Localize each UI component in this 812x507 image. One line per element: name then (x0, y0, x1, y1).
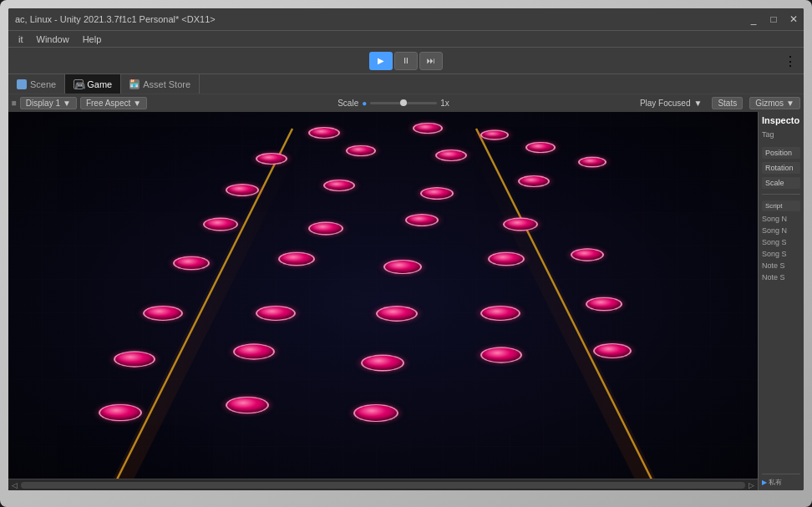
display-dropdown[interactable]: Display 1 ▼ (20, 97, 77, 109)
toolbar-right: ⋮ (784, 53, 797, 68)
disc-24 (376, 306, 418, 322)
screen-content: ac, Linux - Unity 2021.3.7f1c1 Personal*… (8, 8, 804, 490)
inspector-song-n1: Song N (762, 213, 800, 225)
inspector-rotation: Rotation (762, 162, 800, 174)
left-icon[interactable]: ≡ (12, 99, 17, 108)
stats-gizmos: Stats Gizmos ▼ (712, 97, 800, 109)
disc-28 (233, 343, 275, 359)
inspector-song-s2: Song S (762, 248, 800, 260)
scene-svg (8, 112, 758, 490)
inspector-song-s1: Song S (762, 236, 800, 248)
inspector-script-label: Script (762, 200, 800, 211)
toolbar-center: ▶ ⏸ ⏭ (369, 52, 443, 70)
disc-34 (353, 404, 398, 422)
disc-22 (143, 306, 183, 321)
inspector-note-s2: Note S (762, 271, 800, 283)
disc-14 (308, 221, 343, 235)
game-icon: 🎮 (74, 79, 84, 89)
pause-button[interactable]: ⏸ (394, 52, 418, 70)
toolbar: ▶ ⏸ ⏭ ⋮ (8, 47, 804, 74)
menu-bar: it Window Help (8, 30, 804, 47)
inspector-scale: Scale (762, 177, 800, 189)
inspector-position: Position (762, 147, 800, 159)
stats-button[interactable]: Stats (712, 97, 743, 109)
step-button[interactable]: ⏭ (419, 52, 443, 70)
gizmos-button[interactable]: Gizmos ▼ (749, 97, 800, 109)
scene-icon (17, 79, 27, 89)
minimize-button[interactable]: _ (743, 8, 764, 30)
disc-20 (488, 252, 525, 266)
close-button[interactable]: ✕ (784, 8, 804, 30)
menu-item-help[interactable]: Help (76, 31, 109, 47)
disc-25 (480, 306, 520, 321)
game-scene: ◁ ▷ (8, 112, 758, 490)
svg-rect-1 (8, 112, 758, 490)
monitor-frame: ac, Linux - Unity 2021.3.7f1c1 Personal*… (0, 0, 812, 507)
disc-23 (256, 306, 296, 321)
inspector-panel: Inspecto Tag Position Rotation Scale Scr… (758, 112, 804, 490)
inspector-bottom-bar: ▶ 私有 (762, 478, 800, 487)
inspector-title: Inspecto (762, 115, 800, 125)
disc-9 (226, 184, 259, 196)
disc-6 (435, 150, 467, 161)
inspector-tag: Tag (762, 129, 800, 140)
disc-19 (383, 260, 422, 274)
tab-scene[interactable]: Scene (8, 74, 65, 94)
title-bar: ac, Linux - Unity 2021.3.7f1c1 Personal*… (8, 8, 804, 30)
scale-dot: ● (362, 99, 367, 108)
tab-bar: Scene 🎮 Game 🏪 Asset Store (8, 74, 804, 94)
game-viewport: ◁ ▷ (8, 112, 758, 490)
disc-32 (99, 404, 142, 422)
options-bar: ≡ Display 1 ▼ Free Aspect ▼ Scale ● 1x P… (8, 94, 804, 112)
main-area: ◁ ▷ Inspecto Tag Position Rotation (8, 112, 804, 490)
inspector-note-s1: Note S (762, 260, 800, 271)
disc-18 (278, 252, 315, 266)
maximize-button[interactable]: □ (764, 8, 784, 30)
play-button[interactable]: ▶ (369, 52, 393, 70)
disc-8 (578, 156, 606, 167)
store-icon: 🏪 (129, 79, 140, 89)
disc-21 (571, 248, 604, 261)
scroll-left-icon[interactable]: ◁ (12, 481, 18, 489)
scroll-track[interactable] (21, 482, 745, 489)
scale-slider-thumb[interactable] (400, 99, 407, 106)
game-scrollbar: ◁ ▷ (8, 479, 758, 490)
disc-27 (114, 351, 155, 367)
menu-item-it[interactable]: it (12, 31, 30, 47)
disc-7 (525, 141, 556, 152)
tab-game[interactable]: 🎮 Game (65, 74, 121, 94)
disc-31 (593, 343, 632, 358)
play-focused-dropdown[interactable]: Play Focused ▼ (640, 99, 703, 108)
arrow-icon: ▶ (762, 479, 767, 486)
window-title: ac, Linux - Unity 2021.3.7f1c1 Personal*… (15, 14, 216, 24)
aspect-dropdown[interactable]: Free Aspect ▼ (80, 97, 147, 109)
tab-asset-store[interactable]: 🏪 Asset Store (121, 74, 200, 94)
disc-1 (308, 127, 340, 139)
title-controls: _ □ ✕ (743, 8, 804, 30)
scroll-right-icon[interactable]: ▷ (749, 481, 754, 489)
menu-item-window[interactable]: Window (30, 31, 76, 47)
scale-bar: Scale ● 1x (337, 99, 449, 108)
inspector-song-n2: Song N (762, 225, 800, 236)
disc-17 (173, 256, 210, 270)
disc-15 (405, 214, 439, 226)
disc-10 (323, 180, 355, 191)
